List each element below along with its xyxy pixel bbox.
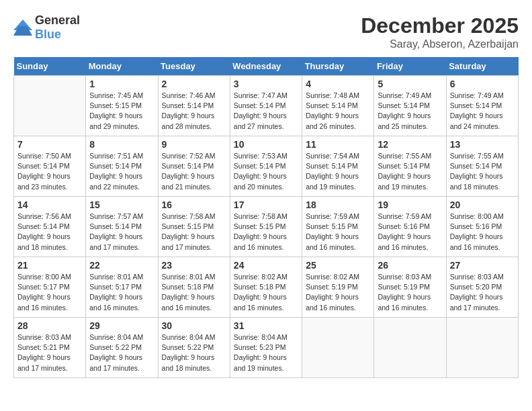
logo: General Blue: [13, 13, 80, 42]
calendar-cell: 3Sunrise: 7:47 AM Sunset: 5:14 PM Daylig…: [230, 76, 302, 136]
page-header: General Blue December 2025 Saray, Absero…: [13, 13, 519, 50]
calendar-cell: 9Sunrise: 7:52 AM Sunset: 5:14 PM Daylig…: [158, 136, 230, 197]
calendar-cell: 18Sunrise: 7:59 AM Sunset: 5:15 PM Dayli…: [302, 197, 374, 257]
header-day-saturday: Saturday: [446, 57, 518, 76]
logo-icon: [13, 19, 32, 36]
title-location: Saray, Abseron, Azerbaijan: [361, 38, 519, 50]
calendar-table: SundayMondayTuesdayWednesdayThursdayFrid…: [13, 57, 519, 378]
day-info: Sunrise: 7:47 AM Sunset: 5:14 PM Dayligh…: [234, 91, 298, 132]
day-info: Sunrise: 8:02 AM Sunset: 5:18 PM Dayligh…: [234, 272, 298, 313]
day-info: Sunrise: 7:59 AM Sunset: 5:15 PM Dayligh…: [306, 212, 370, 253]
day-number: 11: [306, 139, 370, 150]
day-info: Sunrise: 7:56 AM Sunset: 5:14 PM Dayligh…: [17, 212, 82, 253]
day-number: 18: [306, 199, 370, 210]
calendar-cell: 6Sunrise: 7:49 AM Sunset: 5:14 PM Daylig…: [446, 76, 518, 136]
calendar-body: 1Sunrise: 7:45 AM Sunset: 5:15 PM Daylig…: [14, 76, 519, 378]
day-info: Sunrise: 7:52 AM Sunset: 5:14 PM Dayligh…: [162, 151, 226, 192]
calendar-cell: 12Sunrise: 7:55 AM Sunset: 5:14 PM Dayli…: [374, 136, 446, 197]
calendar-cell: [374, 318, 446, 378]
header-day-thursday: Thursday: [302, 57, 374, 76]
day-number: 16: [162, 199, 226, 210]
day-number: 8: [89, 139, 154, 150]
day-number: 17: [234, 199, 298, 210]
calendar-cell: 14Sunrise: 7:56 AM Sunset: 5:14 PM Dayli…: [14, 197, 86, 257]
calendar-cell: [14, 76, 86, 136]
day-number: 9: [162, 139, 226, 150]
title-block: December 2025 Saray, Abseron, Azerbaijan: [361, 13, 519, 50]
day-number: 22: [89, 260, 154, 271]
calendar-cell: 24Sunrise: 8:02 AM Sunset: 5:18 PM Dayli…: [230, 257, 302, 318]
day-number: 20: [450, 199, 515, 210]
header-day-friday: Friday: [374, 57, 446, 76]
calendar-cell: 16Sunrise: 7:58 AM Sunset: 5:15 PM Dayli…: [158, 197, 230, 257]
day-number: 2: [162, 79, 226, 89]
calendar-cell: 2Sunrise: 7:46 AM Sunset: 5:14 PM Daylig…: [158, 76, 230, 136]
calendar-week-3: 14Sunrise: 7:56 AM Sunset: 5:14 PM Dayli…: [14, 197, 519, 257]
header-day-tuesday: Tuesday: [158, 57, 230, 76]
day-number: 28: [17, 320, 82, 331]
calendar-cell: 22Sunrise: 8:01 AM Sunset: 5:17 PM Dayli…: [86, 257, 158, 318]
day-info: Sunrise: 8:00 AM Sunset: 5:17 PM Dayligh…: [17, 272, 82, 313]
day-info: Sunrise: 8:01 AM Sunset: 5:17 PM Dayligh…: [89, 272, 154, 313]
calendar-cell: 29Sunrise: 8:04 AM Sunset: 5:22 PM Dayli…: [86, 318, 158, 378]
calendar-cell: 11Sunrise: 7:54 AM Sunset: 5:14 PM Dayli…: [302, 136, 374, 197]
day-number: 10: [234, 139, 298, 150]
logo-general: General: [35, 13, 80, 27]
calendar-cell: [302, 318, 374, 378]
calendar-cell: 8Sunrise: 7:51 AM Sunset: 5:14 PM Daylig…: [86, 136, 158, 197]
calendar-cell: 21Sunrise: 8:00 AM Sunset: 5:17 PM Dayli…: [14, 257, 86, 318]
calendar-cell: 27Sunrise: 8:03 AM Sunset: 5:20 PM Dayli…: [446, 257, 518, 318]
day-number: 7: [17, 139, 82, 150]
logo-blue: Blue: [35, 28, 61, 41]
calendar-cell: 17Sunrise: 7:58 AM Sunset: 5:15 PM Dayli…: [230, 197, 302, 257]
day-info: Sunrise: 7:55 AM Sunset: 5:14 PM Dayligh…: [450, 151, 515, 192]
calendar-cell: 15Sunrise: 7:57 AM Sunset: 5:14 PM Dayli…: [86, 197, 158, 257]
day-number: 30: [162, 320, 226, 331]
calendar-cell: 4Sunrise: 7:48 AM Sunset: 5:14 PM Daylig…: [302, 76, 374, 136]
day-info: Sunrise: 8:04 AM Sunset: 5:22 PM Dayligh…: [89, 332, 154, 373]
calendar-week-4: 21Sunrise: 8:00 AM Sunset: 5:17 PM Dayli…: [14, 257, 519, 318]
calendar-cell: 31Sunrise: 8:04 AM Sunset: 5:23 PM Dayli…: [230, 318, 302, 378]
calendar-cell: 28Sunrise: 8:03 AM Sunset: 5:21 PM Dayli…: [14, 318, 86, 378]
calendar-week-1: 1Sunrise: 7:45 AM Sunset: 5:15 PM Daylig…: [14, 76, 519, 136]
day-info: Sunrise: 8:03 AM Sunset: 5:20 PM Dayligh…: [450, 272, 515, 313]
calendar-cell: 13Sunrise: 7:55 AM Sunset: 5:14 PM Dayli…: [446, 136, 518, 197]
day-info: Sunrise: 8:01 AM Sunset: 5:18 PM Dayligh…: [162, 272, 226, 313]
day-number: 4: [306, 79, 370, 89]
header-day-wednesday: Wednesday: [230, 57, 302, 76]
day-info: Sunrise: 7:49 AM Sunset: 5:14 PM Dayligh…: [378, 91, 442, 132]
day-number: 19: [378, 199, 442, 210]
calendar-week-5: 28Sunrise: 8:03 AM Sunset: 5:21 PM Dayli…: [14, 318, 519, 378]
calendar-cell: [446, 318, 518, 378]
day-info: Sunrise: 7:54 AM Sunset: 5:14 PM Dayligh…: [306, 151, 370, 192]
day-info: Sunrise: 7:59 AM Sunset: 5:16 PM Dayligh…: [378, 212, 442, 253]
day-number: 5: [378, 79, 442, 89]
calendar-cell: 7Sunrise: 7:50 AM Sunset: 5:14 PM Daylig…: [14, 136, 86, 197]
day-number: 21: [17, 260, 82, 271]
calendar-cell: 5Sunrise: 7:49 AM Sunset: 5:14 PM Daylig…: [374, 76, 446, 136]
day-info: Sunrise: 8:04 AM Sunset: 5:22 PM Dayligh…: [162, 332, 226, 373]
day-info: Sunrise: 7:46 AM Sunset: 5:14 PM Dayligh…: [162, 91, 226, 132]
day-number: 6: [450, 79, 515, 89]
calendar-cell: 20Sunrise: 8:00 AM Sunset: 5:16 PM Dayli…: [446, 197, 518, 257]
day-info: Sunrise: 8:03 AM Sunset: 5:19 PM Dayligh…: [378, 272, 442, 313]
day-info: Sunrise: 7:58 AM Sunset: 5:15 PM Dayligh…: [162, 212, 226, 253]
header-day-sunday: Sunday: [14, 57, 86, 76]
day-number: 25: [306, 260, 370, 271]
day-number: 1: [89, 79, 154, 89]
day-number: 14: [17, 199, 82, 210]
day-number: 12: [378, 139, 442, 150]
calendar-cell: 19Sunrise: 7:59 AM Sunset: 5:16 PM Dayli…: [374, 197, 446, 257]
day-number: 27: [450, 260, 515, 271]
day-info: Sunrise: 7:48 AM Sunset: 5:14 PM Dayligh…: [306, 91, 370, 132]
day-info: Sunrise: 7:51 AM Sunset: 5:14 PM Dayligh…: [89, 151, 154, 192]
day-number: 3: [234, 79, 298, 89]
day-info: Sunrise: 7:53 AM Sunset: 5:14 PM Dayligh…: [234, 151, 298, 192]
day-number: 29: [89, 320, 154, 331]
title-month: December 2025: [361, 13, 519, 38]
day-info: Sunrise: 8:02 AM Sunset: 5:19 PM Dayligh…: [306, 272, 370, 313]
day-info: Sunrise: 8:04 AM Sunset: 5:23 PM Dayligh…: [234, 332, 298, 373]
day-info: Sunrise: 7:45 AM Sunset: 5:15 PM Dayligh…: [89, 91, 154, 132]
calendar-cell: 30Sunrise: 8:04 AM Sunset: 5:22 PM Dayli…: [158, 318, 230, 378]
calendar-cell: 1Sunrise: 7:45 AM Sunset: 5:15 PM Daylig…: [86, 76, 158, 136]
